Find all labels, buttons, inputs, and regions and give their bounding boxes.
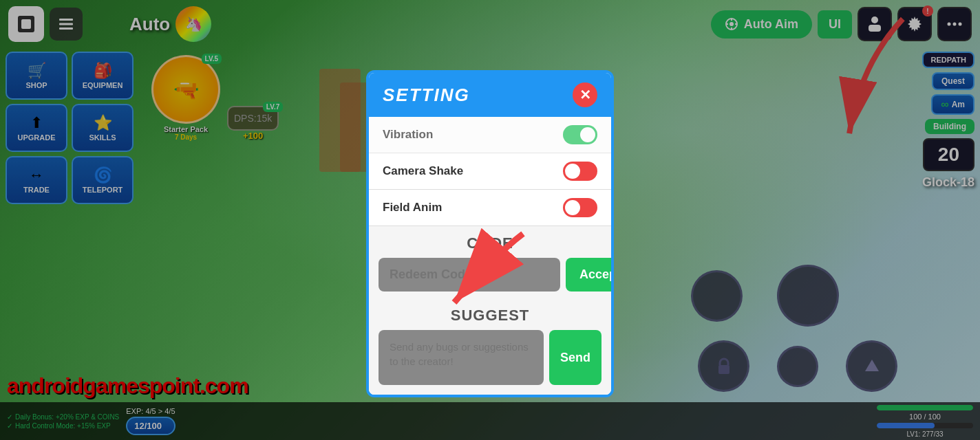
- modal-header: SETTING ✕: [369, 73, 611, 117]
- suggest-section: SUGGEST Send: [369, 298, 611, 395]
- modal-title: SETTING: [383, 85, 470, 106]
- modal-body: Vibration Camera Shake Field Anim: [369, 117, 611, 395]
- field-anim-toggle[interactable]: [563, 198, 597, 217]
- send-button[interactable]: Send: [549, 330, 601, 385]
- vibration-toggle[interactable]: [563, 125, 597, 144]
- modal-overlay: SETTING ✕ Vibration Camera Shake Field: [0, 0, 980, 440]
- field-anim-row: Field Anim: [369, 190, 611, 226]
- camera-shake-label: Camera Shake: [383, 164, 463, 178]
- vibration-row: Vibration: [369, 117, 611, 153]
- camera-shake-row: Camera Shake: [369, 153, 611, 190]
- suggest-row: Send: [379, 330, 601, 385]
- suggest-section-title: SUGGEST: [379, 298, 601, 330]
- toggle-thumb-2: [565, 164, 580, 179]
- suggest-input[interactable]: [379, 330, 544, 385]
- toggle-thumb: [580, 127, 595, 142]
- code-row: Accept: [379, 258, 601, 292]
- redeem-code-input[interactable]: [379, 258, 560, 292]
- field-anim-label: Field Anim: [383, 201, 442, 214]
- camera-shake-toggle[interactable]: [563, 162, 597, 181]
- settings-modal: SETTING ✕ Vibration Camera Shake Field: [366, 70, 614, 397]
- vibration-label: Vibration: [383, 128, 433, 142]
- toggle-thumb-3: [565, 200, 580, 215]
- modal-close-button[interactable]: ✕: [573, 82, 597, 107]
- code-section-title: CODE: [379, 226, 601, 258]
- code-section: CODE Accept: [369, 226, 611, 298]
- accept-button[interactable]: Accept: [566, 258, 614, 292]
